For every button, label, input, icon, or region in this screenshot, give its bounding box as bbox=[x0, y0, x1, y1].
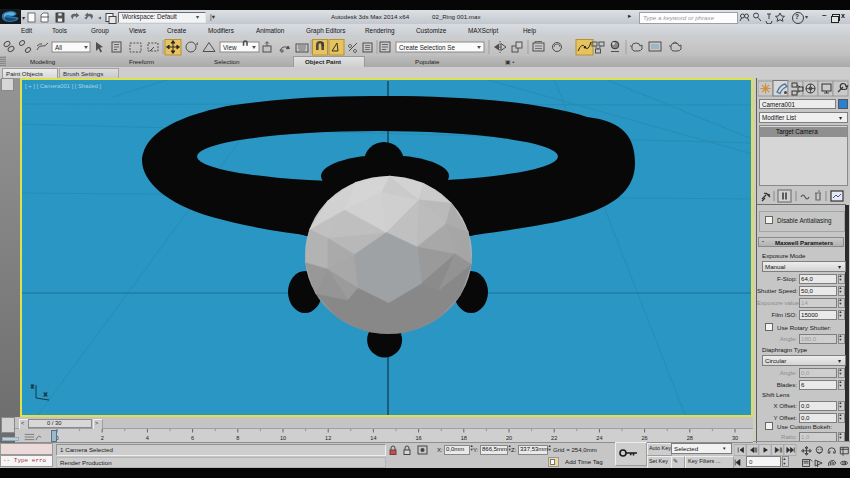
svg-text:26: 26 bbox=[641, 435, 647, 441]
svg-text:12: 12 bbox=[325, 435, 331, 441]
svg-text:All: All bbox=[55, 44, 62, 51]
svg-text:14: 14 bbox=[370, 435, 376, 441]
svg-text:View: View bbox=[223, 44, 237, 51]
svg-text:24: 24 bbox=[596, 435, 602, 441]
svg-text:Create Selection Se: Create Selection Se bbox=[399, 44, 456, 51]
svg-text:20: 20 bbox=[506, 435, 512, 441]
svg-text:4: 4 bbox=[146, 435, 149, 441]
svg-text:30: 30 bbox=[732, 435, 738, 441]
svg-text:28: 28 bbox=[687, 435, 693, 441]
svg-text:10: 10 bbox=[280, 435, 286, 441]
svg-text:2: 2 bbox=[101, 435, 104, 441]
svg-text:3: 3 bbox=[321, 41, 324, 47]
svg-text:z: z bbox=[31, 383, 34, 389]
svg-text:6: 6 bbox=[191, 435, 194, 441]
svg-text:8: 8 bbox=[236, 435, 239, 441]
svg-text:22: 22 bbox=[551, 435, 557, 441]
svg-text:18: 18 bbox=[461, 435, 467, 441]
svg-text:16: 16 bbox=[415, 435, 421, 441]
svg-text:x: x bbox=[44, 391, 47, 397]
